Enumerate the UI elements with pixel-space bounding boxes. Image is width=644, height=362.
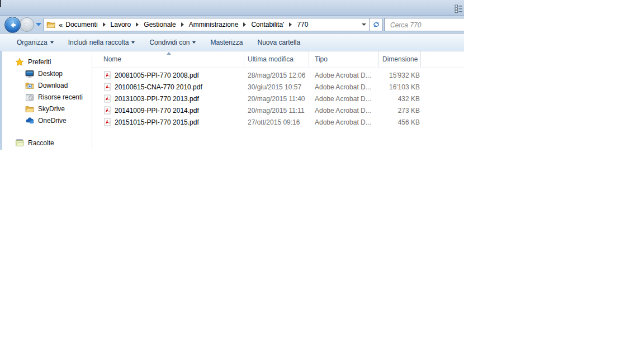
- breadcrumb-item[interactable]: 770: [297, 21, 308, 28]
- title-bar: [0, 0, 464, 16]
- sidebar-item-label: Desktop: [38, 70, 63, 78]
- content-area: Preferiti Desktop Download Risorse recen…: [0, 51, 464, 150]
- column-header-size[interactable]: Dimensione: [379, 51, 421, 67]
- cloud-icon: [25, 116, 34, 125]
- toolbar-button[interactable]: Nuova cartella: [258, 39, 301, 46]
- file-size: 432 KB: [379, 95, 421, 103]
- sidebar-item[interactable]: Preferiti: [0, 56, 92, 68]
- breadcrumb-item-label: Lavoro: [111, 21, 131, 28]
- breadcrumb-item[interactable]: Gestionale: [144, 21, 188, 28]
- chevron-down-icon: [192, 41, 196, 44]
- sidebar-item-label: Raccolte: [28, 139, 54, 147]
- file-row[interactable]: 20081005-PPI-770 2008.pdf 28/mag/2015 12…: [92, 69, 464, 81]
- folder-icon: [46, 20, 55, 29]
- file-type: Adobe Acrobat D...: [309, 72, 379, 79]
- breadcrumb: Documenti Lavoro Gestionale Ammi: [65, 21, 308, 28]
- forward-button[interactable]: [20, 17, 34, 32]
- download-icon: [25, 81, 34, 90]
- file-type: Adobe Acrobat D...: [309, 118, 379, 126]
- sidebar-item[interactable]: Download: [0, 79, 92, 91]
- sort-ascending-icon: [167, 52, 171, 55]
- toolbar-button[interactable]: Condividi con: [149, 39, 196, 46]
- file-row[interactable]: 20141009-PPI-770 2014.pdf 20/mag/2015 11…: [92, 104, 464, 116]
- window-left-border: [0, 51, 2, 150]
- toolbar-button[interactable]: Masterizza: [210, 39, 243, 46]
- chevron-right-icon: [289, 22, 292, 27]
- column-header-type[interactable]: Tipo: [309, 51, 379, 67]
- toolbar-button-label: Includi nella raccolta: [68, 39, 129, 46]
- sidebar-item-label: Risorse recenti: [38, 93, 83, 101]
- screen-corner: [0, 0, 1, 7]
- refresh-button[interactable]: [370, 18, 382, 31]
- breadcrumb-item-label: 770: [297, 21, 308, 28]
- breadcrumb-item-label: Contabilita': [251, 21, 284, 28]
- column-header-name[interactable]: Nome: [92, 51, 244, 67]
- file-type: Adobe Acrobat D...: [309, 95, 379, 103]
- breadcrumb-item-label: Amministrazione: [189, 21, 239, 28]
- address-dropdown-icon[interactable]: [362, 23, 366, 26]
- toolbar-button[interactable]: Includi nella raccolta: [68, 39, 135, 46]
- change-view-button[interactable]: [454, 4, 463, 13]
- breadcrumb-item[interactable]: Amministrazione: [189, 21, 252, 28]
- sidebar-item[interactable]: OneDrive: [0, 115, 92, 126]
- pdf-icon: [103, 106, 111, 115]
- sidebar-item-label: OneDrive: [38, 117, 67, 125]
- sidebar-item[interactable]: Desktop: [0, 68, 92, 79]
- desktop-icon: [25, 69, 34, 78]
- breadcrumb-overflow-chevron[interactable]: «: [59, 21, 63, 29]
- navigation-pane: Preferiti Desktop Download Risorse recen…: [0, 51, 92, 150]
- column-headers: Nome Ultima modifica Tipo Dimensione: [92, 51, 464, 68]
- breadcrumb-item[interactable]: Documenti: [65, 21, 110, 28]
- file-row[interactable]: 20151015-PPI-770 2015.pdf 27/ott/2015 09…: [92, 116, 464, 128]
- file-size: 456 KB: [379, 118, 421, 126]
- sidebar-item[interactable]: SkyDrive: [0, 103, 92, 115]
- forward-arrow-icon: [22, 20, 31, 29]
- sidebar-item-label: Preferiti: [28, 58, 51, 66]
- file-name: 20081005-PPI-770 2008.pdf: [115, 72, 199, 79]
- search-box: [384, 18, 464, 31]
- refresh-icon: [372, 21, 380, 28]
- back-arrow-icon: [8, 21, 17, 30]
- folder-icon: [25, 104, 34, 113]
- file-modified: 28/mag/2015 12:06: [244, 72, 309, 79]
- breadcrumb-item[interactable]: Contabilita': [251, 21, 297, 28]
- pdf-icon: [103, 83, 111, 91]
- file-name: 20151015-PPI-770 2015.pdf: [115, 118, 199, 126]
- sidebar-item[interactable]: Raccolte: [0, 137, 92, 149]
- file-type: Adobe Acrobat D...: [309, 107, 379, 115]
- sidebar-item[interactable]: Risorse recenti: [0, 91, 92, 103]
- file-size: 273 KB: [379, 107, 421, 115]
- file-list: Nome Ultima modifica Tipo Dimensione: [92, 51, 464, 150]
- pdf-icon: [103, 94, 111, 103]
- chevron-right-icon: [103, 22, 106, 27]
- breadcrumb-item[interactable]: Lavoro: [111, 21, 144, 28]
- file-name: 20100615-CNA-770 2010.pdf: [115, 83, 202, 91]
- file-modified: 20/mag/2015 11:40: [244, 95, 309, 103]
- command-toolbar: Organizza Includi nella raccolta Condivi…: [0, 34, 464, 51]
- views-icon: [454, 4, 463, 13]
- file-rows: 20081005-PPI-770 2008.pdf 28/mag/2015 12…: [92, 68, 464, 128]
- recent-icon: [25, 93, 34, 102]
- address-bar[interactable]: « Documenti Lavoro Gestionale: [44, 18, 371, 31]
- file-type: Adobe Acrobat D...: [309, 83, 379, 91]
- star-icon: [15, 58, 24, 66]
- chevron-down-icon: [131, 41, 135, 44]
- back-button[interactable]: [4, 17, 21, 33]
- toolbar-button-label: Nuova cartella: [258, 39, 301, 46]
- search-input[interactable]: [389, 19, 464, 31]
- chevron-right-icon: [136, 22, 139, 27]
- file-row[interactable]: 20100615-CNA-770 2010.pdf 30/giu/2015 10…: [92, 81, 464, 93]
- chevron-down-icon: [50, 41, 54, 44]
- file-modified: 30/giu/2015 10:57: [244, 83, 309, 91]
- file-name: 20131003-PPI-770 2013.pdf: [115, 95, 199, 103]
- toolbar-button-label: Masterizza: [210, 39, 243, 46]
- column-header-modified[interactable]: Ultima modifica: [244, 51, 309, 67]
- toolbar-button[interactable]: Organizza: [17, 39, 54, 46]
- history-dropdown-icon[interactable]: [36, 23, 41, 26]
- pdf-icon: [103, 71, 111, 79]
- file-modified: 27/ott/2015 09:16: [244, 118, 309, 126]
- file-name: 20141009-PPI-770 2014.pdf: [115, 107, 199, 115]
- file-row[interactable]: 20131003-PPI-770 2013.pdf 20/mag/2015 11…: [92, 93, 464, 104]
- file-size: 16'103 KB: [379, 83, 421, 91]
- toolbar-button-label: Condividi con: [149, 39, 190, 46]
